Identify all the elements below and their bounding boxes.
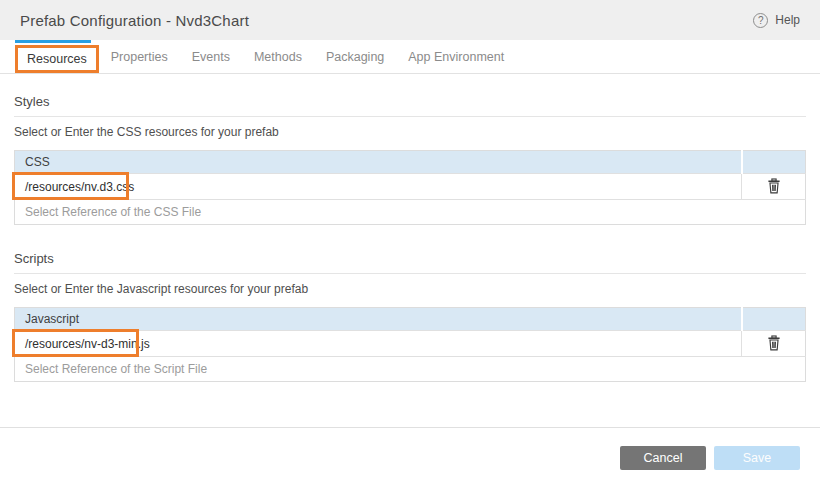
tab-packaging-label: Packaging	[326, 50, 384, 64]
trash-icon	[767, 178, 781, 194]
tab-properties-label: Properties	[111, 50, 168, 64]
script-resource-input[interactable]: /resources/nv-d3-min.js	[15, 331, 742, 357]
help-icon: ?	[753, 13, 768, 28]
css-resource-value: /resources/nv.d3.css	[25, 180, 134, 194]
script-reference-select[interactable]: Select Reference of the Script File	[15, 357, 806, 382]
script-resource-value: /resources/nv-d3-min.js	[25, 337, 150, 351]
help-label: Help	[775, 13, 800, 27]
delete-script-resource-button[interactable]	[763, 333, 785, 353]
css-table-header-row: CSS	[15, 151, 806, 174]
help-link[interactable]: ? Help	[753, 13, 800, 28]
script-row-actions	[742, 331, 806, 357]
tab-events-label: Events	[192, 50, 230, 64]
styles-section-description: Select or Enter the CSS resources for yo…	[14, 125, 806, 139]
tab-properties[interactable]: Properties	[99, 40, 180, 73]
dialog-body: Styles Select or Enter the CSS resources…	[0, 94, 820, 382]
css-column-header: CSS	[15, 151, 742, 174]
page-title: Prefab Configuration - Nvd3Chart	[20, 12, 249, 29]
css-resources-table: CSS /resources/nv.d3.css	[14, 150, 806, 225]
table-row: Select Reference of the CSS File	[15, 200, 806, 225]
dialog-footer: Cancel Save	[0, 427, 820, 487]
css-row-actions	[742, 174, 806, 200]
tab-resources-label: Resources	[27, 52, 87, 66]
tab-resources[interactable]: Resources	[15, 45, 99, 73]
styles-section-heading: Styles	[14, 94, 806, 117]
script-actions-column-header	[742, 308, 806, 331]
tab-methods[interactable]: Methods	[242, 40, 314, 73]
css-reference-select[interactable]: Select Reference of the CSS File	[15, 200, 806, 225]
css-actions-column-header	[742, 151, 806, 174]
tab-app-environment-label: App Environment	[408, 50, 504, 64]
script-table-header-row: Javascript	[15, 308, 806, 331]
css-resource-input[interactable]: /resources/nv.d3.css	[15, 174, 742, 200]
dialog-header: Prefab Configuration - Nvd3Chart ? Help	[0, 0, 820, 40]
active-tab-indicator	[15, 40, 91, 43]
table-row: /resources/nv-d3-min.js	[15, 331, 806, 357]
tab-app-environment[interactable]: App Environment	[396, 40, 516, 73]
tab-packaging[interactable]: Packaging	[314, 40, 396, 73]
tab-events[interactable]: Events	[180, 40, 242, 73]
trash-icon	[767, 335, 781, 351]
table-row: /resources/nv.d3.css	[15, 174, 806, 200]
scripts-section-description: Select or Enter the Javascript resources…	[14, 282, 806, 296]
script-resources-table: Javascript /resources/nv-d3-min.js	[14, 307, 806, 382]
cancel-button[interactable]: Cancel	[620, 446, 706, 470]
prefab-configuration-dialog: Prefab Configuration - Nvd3Chart ? Help …	[0, 0, 820, 487]
scripts-section-heading: Scripts	[14, 251, 806, 274]
delete-css-resource-button[interactable]	[763, 176, 785, 196]
javascript-column-header: Javascript	[15, 308, 742, 331]
table-row: Select Reference of the Script File	[15, 357, 806, 382]
tab-methods-label: Methods	[254, 50, 302, 64]
save-button[interactable]: Save	[714, 446, 800, 470]
tab-bar: Resources Properties Events Methods Pack…	[0, 40, 820, 74]
